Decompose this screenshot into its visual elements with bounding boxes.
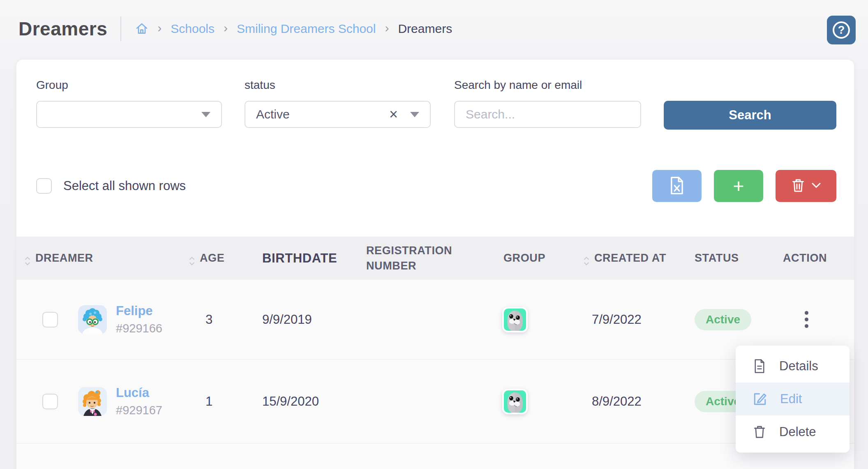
column-header-dreamer[interactable]: DREAMER	[25, 251, 189, 265]
toolbar-row: Select all shown rows +	[36, 170, 836, 202]
dreamer-id: #929167	[116, 404, 162, 417]
page-title: Dreamers	[18, 18, 107, 40]
dreamer-avatar-lucia	[78, 387, 107, 416]
delete-selected-button[interactable]	[776, 170, 836, 202]
group-avatar-seal	[502, 389, 528, 414]
table-header-row: DREAMER AGE BIRTHDATE REGISTRATION NUMBE…	[16, 237, 854, 280]
birthdate-cell: 15/9/2020	[255, 394, 360, 409]
kebab-menu-icon[interactable]	[801, 308, 812, 331]
document-icon	[753, 359, 766, 374]
breadcrumb-separator: ›	[157, 22, 162, 36]
status-badge: Active	[695, 309, 751, 330]
column-header-created[interactable]: CREATED AT	[584, 251, 688, 265]
dreamer-name-link[interactable]: Lucía	[116, 385, 162, 400]
column-header-age[interactable]: AGE	[189, 251, 255, 265]
menu-item-edit[interactable]: Edit	[736, 383, 850, 416]
search-filter-label: Search by name or email	[454, 79, 641, 92]
sort-arrows-icon[interactable]	[584, 257, 589, 265]
breadcrumb-separator: ›	[224, 22, 228, 36]
dreamer-avatar-felipe	[78, 305, 107, 334]
breadcrumb-current: Dreamers	[398, 22, 452, 36]
row-checkbox[interactable]	[42, 312, 58, 327]
created-at-cell: 7/9/2022	[584, 312, 688, 327]
created-at-cell: 8/9/2022	[584, 394, 688, 409]
clear-x-icon[interactable]: ×	[389, 107, 398, 122]
group-filter-label: Group	[36, 79, 222, 92]
chevron-down-icon	[812, 183, 821, 190]
plus-icon: +	[733, 176, 744, 195]
add-dreamer-button[interactable]: +	[714, 170, 763, 202]
dreamers-page: { "header": { "title": "Dreamers", "brea…	[0, 0, 868, 469]
group-avatar-seal	[502, 307, 528, 332]
search-input[interactable]	[454, 101, 641, 128]
dreamer-id: #929166	[116, 322, 162, 335]
select-all-label: Select all shown rows	[63, 179, 186, 193]
status-filter-label: status	[245, 79, 431, 92]
content-card: Group status Active × Search by name or …	[16, 60, 854, 469]
help-button[interactable]: ?	[827, 16, 856, 44]
column-header-registration: REGISTRATION NUMBER	[360, 243, 497, 273]
column-header-birthdate: BIRTHDATE	[255, 251, 360, 266]
export-excel-button[interactable]	[652, 170, 702, 202]
spacer-label	[664, 79, 836, 92]
chevron-down-icon	[201, 112, 210, 117]
breadcrumb: › Schools › Smiling Dreamers School › Dr…	[135, 22, 452, 36]
dreamers-table: DREAMER AGE BIRTHDATE REGISTRATION NUMBE…	[16, 237, 854, 469]
row-action-menu: Details Edit Delete	[736, 346, 850, 453]
search-button[interactable]: Search	[664, 101, 836, 130]
edit-icon	[753, 392, 767, 406]
breadcrumb-school[interactable]: Smiling Dreamers School	[237, 22, 376, 36]
status-select-value: Active	[256, 107, 290, 121]
select-all-checkbox[interactable]	[36, 178, 52, 194]
table-row: Felipe #929166 3 9/9/2019	[16, 280, 854, 360]
table-row: Lucía #929167 1 15/9/2020	[16, 360, 854, 443]
sort-arrows-icon[interactable]	[25, 257, 30, 265]
trash-icon	[753, 425, 766, 439]
menu-item-delete[interactable]: Delete	[736, 416, 850, 448]
row-checkbox[interactable]	[42, 394, 58, 409]
status-select[interactable]: Active ×	[245, 101, 431, 128]
home-icon[interactable]	[135, 22, 148, 35]
age-cell: 1	[189, 394, 255, 409]
breadcrumb-separator: ›	[385, 22, 389, 36]
breadcrumb-schools[interactable]: Schools	[171, 22, 215, 36]
column-header-group: GROUP	[497, 252, 584, 265]
dreamer-name-link[interactable]: Felipe	[116, 304, 162, 318]
header-divider	[120, 16, 121, 41]
column-header-action: ACTION	[777, 252, 854, 265]
column-header-status: STATUS	[688, 252, 777, 265]
birthdate-cell: 9/9/2019	[255, 312, 360, 327]
excel-export-icon	[669, 176, 685, 196]
age-cell: 3	[189, 312, 255, 327]
sort-arrows-icon[interactable]	[189, 257, 195, 265]
filters-bar: Group status Active × Search by name or …	[36, 79, 836, 130]
chevron-down-icon	[410, 112, 419, 117]
group-select[interactable]	[36, 101, 222, 128]
menu-item-details[interactable]: Details	[736, 350, 850, 383]
trash-icon	[791, 178, 805, 194]
question-icon: ?	[833, 21, 850, 39]
page-header: Dreamers › Schools › Smiling Dreamers Sc…	[0, 0, 868, 58]
